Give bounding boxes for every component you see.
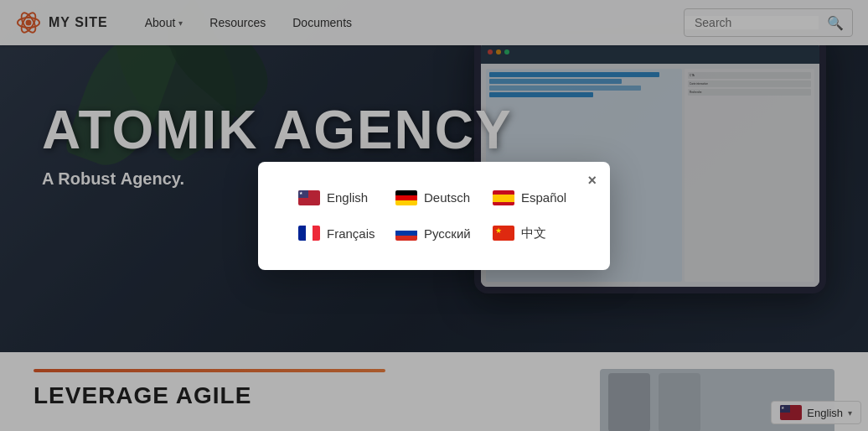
modal-close-button[interactable]: × <box>587 172 597 190</box>
flag-deutsch <box>395 190 417 205</box>
lang-label-english: English <box>327 190 368 205</box>
language-modal-overlay[interactable]: × English Deutsch Español Français Русск… <box>0 0 868 431</box>
flag-english <box>298 190 320 205</box>
lang-option-chinese[interactable]: 中文 <box>486 222 576 245</box>
lang-label-chinese: 中文 <box>521 226 546 241</box>
flag-espanol <box>493 190 514 205</box>
lang-option-francais[interactable]: Français <box>292 222 382 245</box>
lang-option-russian[interactable]: Русский <box>389 222 479 245</box>
flag-russian <box>395 226 417 241</box>
lang-label-espanol: Español <box>521 190 566 205</box>
lang-option-english[interactable]: English <box>292 187 382 209</box>
lang-label-russian: Русский <box>424 226 471 241</box>
lang-option-deutsch[interactable]: Deutsch <box>389 187 479 209</box>
lang-option-espanol[interactable]: Español <box>486 187 576 209</box>
lang-label-deutsch: Deutsch <box>424 190 470 205</box>
language-modal: × English Deutsch Español Français Русск… <box>258 162 610 270</box>
lang-label-francais: Français <box>327 226 375 241</box>
flag-chinese <box>493 226 514 241</box>
language-grid: English Deutsch Español Français Русский <box>292 187 576 245</box>
flag-francais <box>298 226 320 241</box>
